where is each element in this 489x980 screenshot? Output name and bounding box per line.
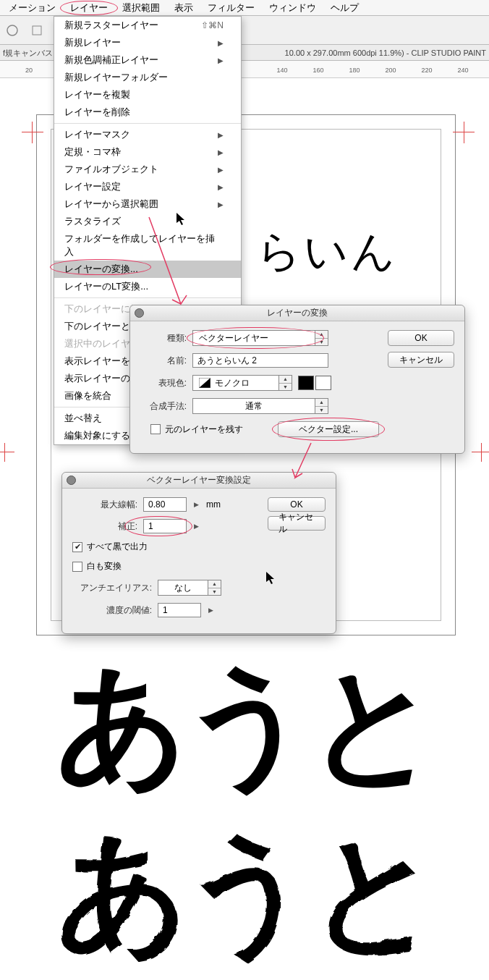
button-cancel[interactable]: キャンセル xyxy=(268,516,326,531)
mi-layer-mask[interactable]: レイヤーマスク▶ xyxy=(54,126,241,143)
checkbox-keep-original[interactable] xyxy=(150,424,161,434)
stepper-type[interactable]: ▲▼ xyxy=(315,330,328,346)
checkbox-convert-white[interactable] xyxy=(72,562,82,572)
label-antialias: アンチエイリアス: xyxy=(72,582,152,594)
close-icon[interactable] xyxy=(67,476,76,485)
input-threshold[interactable]: 1 xyxy=(158,603,201,617)
mi-selection-from-layer[interactable]: レイヤーから選択範囲▶ xyxy=(54,195,241,213)
ruler-tick: 20 xyxy=(25,67,33,74)
label-correction: 補正: xyxy=(72,520,137,533)
checkbox-all-black[interactable]: ✔ xyxy=(72,542,82,552)
svg-point-0 xyxy=(7,25,17,35)
swatch-black[interactable] xyxy=(298,376,314,390)
doc-title-right: 10.00 x 297.00mm 600dpi 11.9%) - CLIP ST… xyxy=(285,45,486,61)
label-name: 名前: xyxy=(140,355,187,367)
label-color: 表現色: xyxy=(140,377,187,389)
mi-new-correction-layer[interactable]: 新規色調補正レイヤー▶ xyxy=(54,51,241,69)
menu-window[interactable]: ウィンドウ xyxy=(262,0,323,16)
mi-rasterize[interactable]: ラスタライズ xyxy=(54,213,241,230)
dialog-titlebar: レイヤーの変換 xyxy=(130,305,464,321)
svg-rect-1 xyxy=(33,26,41,35)
mi-file-object[interactable]: ファイルオブジェクト▶ xyxy=(54,161,241,178)
select-antialias[interactable]: なし xyxy=(158,580,208,596)
dialog-title: ベクターレイヤー変換設定 xyxy=(147,474,251,486)
stepper-color[interactable]: ▲▼ xyxy=(279,375,292,391)
button-ok[interactable]: OK xyxy=(388,330,454,346)
sample-text-rough: あうと xyxy=(0,825,489,955)
dialog-convert-layer: レイヤーの変換 種類: ベクターレイヤー ▲▼ 名前: あうとらいん 2 表 xyxy=(129,305,465,454)
dialog-titlebar: ベクターレイヤー変換設定 xyxy=(62,473,336,489)
mi-ruler-frame[interactable]: 定規・コマ枠▶ xyxy=(54,143,241,161)
input-max-width[interactable]: 0.80 xyxy=(143,497,187,512)
menu-help[interactable]: ヘルプ xyxy=(323,0,366,16)
stepper-antialias[interactable]: ▲▼ xyxy=(208,580,221,596)
ruler-tick: 140 xyxy=(276,67,287,74)
menu-filter[interactable]: フィルター xyxy=(200,0,262,16)
label-blend: 合成手法: xyxy=(140,400,187,413)
menu-layer[interactable]: レイヤー xyxy=(63,0,115,16)
stepper-blend[interactable]: ▲▼ xyxy=(315,398,328,414)
doc-title-left: f規キャンバス xyxy=(3,48,53,57)
select-type[interactable]: ベクターレイヤー xyxy=(192,330,315,346)
mi-delete-layer[interactable]: レイヤーを削除 xyxy=(54,104,241,121)
sample-text-smooth: あうと xyxy=(0,659,489,789)
dialog-title: レイヤーの変換 xyxy=(267,307,328,319)
mi-lt-convert[interactable]: レイヤーのLT変換... xyxy=(54,278,241,295)
input-name[interactable]: あうとらいん 2 xyxy=(192,353,328,368)
ruler-tick: 200 xyxy=(385,67,396,74)
menu-animation[interactable]: メーション xyxy=(1,0,63,16)
ruler-tick: 240 xyxy=(457,67,468,74)
slider-arrow-icon[interactable]: ▶ xyxy=(194,523,199,530)
label-keep-original: 元のレイヤーを残す xyxy=(165,423,243,436)
label-max-width: 最大線幅: xyxy=(72,499,137,511)
mi-create-folder-insert[interactable]: フォルダーを作成してレイヤーを挿入 xyxy=(54,230,241,261)
mi-new-raster-layer[interactable]: 新規ラスターレイヤー⇧⌘N xyxy=(54,17,241,34)
label-all-black: すべて黒で出力 xyxy=(87,541,148,553)
ruler-tick: 220 xyxy=(421,67,432,74)
mi-duplicate-layer[interactable]: レイヤーを複製 xyxy=(54,86,241,104)
mi-convert-layer[interactable]: レイヤーの変換... xyxy=(54,261,241,278)
label-type: 種類: xyxy=(140,332,187,345)
mi-new-layer-folder[interactable]: 新規レイヤーフォルダー xyxy=(54,69,241,86)
close-icon[interactable] xyxy=(135,308,144,318)
tool-icon-1[interactable] xyxy=(1,20,23,41)
select-color[interactable]: モノクロ xyxy=(192,375,279,391)
menu-view[interactable]: 表示 xyxy=(167,0,200,16)
ruler-tick: 160 xyxy=(312,67,323,74)
select-blend[interactable]: 通常 xyxy=(192,398,315,414)
slider-arrow-icon[interactable]: ▶ xyxy=(194,501,199,508)
app-menubar: メーション レイヤー 選択範囲 表示 フィルター ウィンドウ ヘルプ xyxy=(0,0,489,16)
label-unit: mm xyxy=(206,499,221,510)
label-threshold: 濃度の閾値: xyxy=(72,604,152,617)
dialog-vector-settings: ベクターレイヤー変換設定 最大線幅: 0.80 ▶ mm 補正: 1 ▶ xyxy=(61,472,336,634)
canvas-sample-text: らいん xyxy=(257,223,398,282)
mi-layer-settings[interactable]: レイヤー設定▶ xyxy=(54,178,241,195)
menu-selection[interactable]: 選択範囲 xyxy=(115,0,167,16)
input-correction[interactable]: 1 xyxy=(143,519,187,533)
button-cancel[interactable]: キャンセル xyxy=(388,352,454,368)
button-ok[interactable]: OK xyxy=(268,497,326,512)
mi-new-layer[interactable]: 新規レイヤー▶ xyxy=(54,34,241,51)
tool-icon-2[interactable] xyxy=(26,20,48,41)
ruler-tick: 180 xyxy=(349,67,360,74)
button-vector-settings[interactable]: ベクター設定... xyxy=(278,421,379,437)
swatch-white[interactable] xyxy=(315,376,331,390)
slider-arrow-icon[interactable]: ▶ xyxy=(208,607,213,614)
label-convert-white: 白も変換 xyxy=(87,560,122,573)
